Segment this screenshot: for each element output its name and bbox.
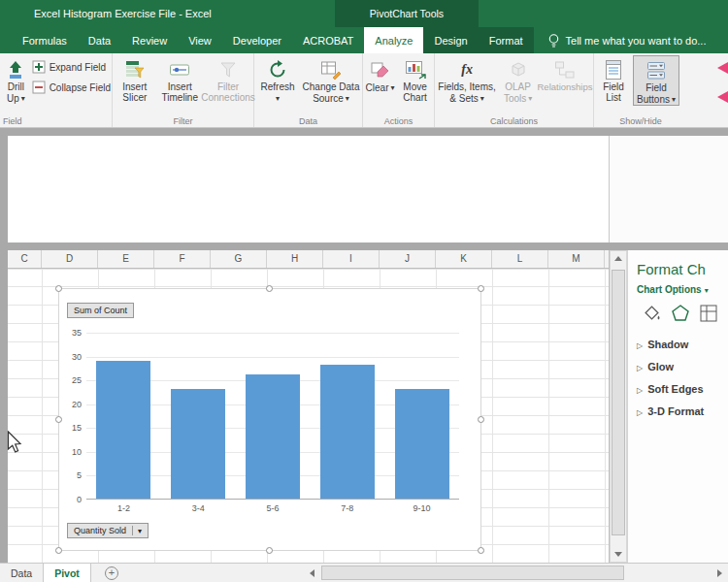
chart-gridline [86,333,459,334]
format-task-pane: Format Ch Chart Options ShadowGlowSoft E… [627,250,728,563]
selection-handle[interactable] [478,547,484,554]
tell-me-box[interactable]: Tell me what you want to do... [547,27,707,53]
sheet-tab-data[interactable]: Data [0,564,44,582]
refresh-button[interactable]: Refresh [255,55,300,104]
insert-slicer-label-2: Slicer [122,92,147,103]
window-title: Excel Histogram Exercise File - Excel [34,8,212,19]
ribbon-tab-analyze[interactable]: Analyze [364,27,423,53]
collapse-field-button[interactable]: Collapse Field [32,81,111,94]
column-header-C[interactable]: C [8,250,42,268]
ribbon-tab-view[interactable]: View [178,27,222,53]
column-header-F[interactable]: F [154,250,211,268]
scroll-left-icon[interactable] [304,566,319,580]
selection-handle[interactable] [55,416,62,423]
sheet-tab-pivot[interactable]: Pivot [44,564,91,582]
column-header-I[interactable]: I [323,250,380,268]
taskpane-section-glow[interactable]: Glow [637,361,728,372]
ribbon-tab-formulas[interactable]: Formulas [12,27,78,53]
drill-up-button[interactable]: Drill Up [1,55,31,104]
effects-pentagon-icon[interactable] [671,304,690,323]
bar-1-2[interactable] [96,361,150,500]
pink-marker [717,91,728,103]
taskpane-section-label: Shadow [647,339,688,350]
taskpane-title: Format Ch [637,261,728,277]
bar-5-6[interactable] [246,374,300,499]
field-list-label-1: Field [603,81,624,92]
ribbon-tab-review[interactable]: Review [121,27,178,53]
column-header-J[interactable]: J [380,250,436,268]
selection-handle[interactable] [266,547,273,554]
relationships-button[interactable]: Relationships [538,55,592,92]
new-sheet-button[interactable] [105,566,118,580]
excel-window: Excel Histogram Exercise File - Excel Pi… [0,0,728,582]
axis-field-button[interactable]: Quantity Sold [67,523,149,538]
change-data-source-button[interactable]: Change Data Source [301,55,361,104]
group-label-filter: Filter [113,116,253,126]
ribbon-group-show-hide: Field List Field [594,53,687,127]
scroll-down-icon[interactable] [611,546,626,562]
change-data-source-label-2: Source [313,93,344,104]
ribbon-group-data: Refresh Change Data Source [254,53,363,127]
bar-7-8[interactable] [320,365,375,499]
refresh-label: Refresh [260,81,294,92]
taskpane-section-shadow[interactable]: Shadow [637,339,728,350]
column-header-E[interactable]: E [98,250,154,268]
selection-handle[interactable] [55,285,62,292]
ribbon-tab-row: FormulasDataReviewViewDeveloperACROBATAn… [0,27,728,53]
axis-field-label: Quantity Sold [74,526,126,535]
chart-options-dropdown[interactable]: Chart Options [637,284,709,295]
taskpane-section-3-d-format[interactable]: 3-D Format [637,405,728,417]
size-properties-icon[interactable] [699,304,718,323]
scroll-right-icon[interactable] [711,566,727,580]
column-header-K[interactable]: K [436,250,492,268]
filter-connections-button[interactable]: Filter Connections [204,55,252,103]
pivotchart-tools-contextual-header: PivotChart Tools [335,0,479,27]
fill-line-icon[interactable] [643,304,662,323]
column-header-D[interactable]: D [42,250,98,268]
drill-up-icon [6,57,25,81]
column-header-G[interactable]: G [211,250,267,268]
ribbon-tab-acrobat[interactable]: ACROBAT [292,27,364,53]
olap-tools-button[interactable]: OLAP Tools [499,55,537,104]
dropdown-caret-icon [276,92,280,104]
selection-handle[interactable] [266,285,273,292]
selection-handle[interactable] [478,416,484,423]
fx-icon: fx [461,57,473,81]
insert-slicer-button[interactable]: Insert Slicer [114,55,156,103]
chart-plot-area: 051015202530351-23-45-67-89-10 [86,333,459,500]
dropdown-caret-icon [672,93,676,105]
expand-field-button[interactable]: Expand Field [32,60,111,74]
insert-timeline-button[interactable]: Insert Timeline [157,55,203,103]
column-header-M[interactable]: M [548,250,605,268]
column-header-H[interactable]: H [267,250,323,268]
field-list-button[interactable]: Field List [595,55,632,103]
ribbon-tab-data[interactable]: Data [78,27,121,53]
selection-handle[interactable] [478,285,484,292]
selection-handle[interactable] [55,547,62,554]
taskpane-sections: ShadowGlowSoft Edges3-D Format [628,339,728,417]
clear-button[interactable]: Clear [364,55,396,93]
field-buttons-button[interactable]: Field Buttons [633,55,679,106]
title-bar: Excel Histogram Exercise File - Excel Pi… [0,0,728,27]
category-axis-label: 1-2 [86,503,161,513]
vertical-scrollbar[interactable] [610,250,627,563]
ribbon-tab-design[interactable]: Design [423,27,478,53]
horizontal-scroll-thumb[interactable] [321,566,624,580]
dropdown-caret-icon [132,526,142,535]
bar-3-4[interactable] [171,389,225,499]
ribbon-tab-developer[interactable]: Developer [222,27,292,53]
ribbon-tab-format[interactable]: Format [479,27,534,53]
pivot-chart[interactable]: Sum of Count 051015202530351-23-45-67-89… [58,288,481,551]
value-axis-label: 10 [60,447,82,457]
worksheet-grid[interactable]: Sum of Count 051015202530351-23-45-67-89… [8,269,610,563]
vertical-scroll-thumb[interactable] [612,270,625,535]
bar-9-10[interactable] [395,389,449,499]
scroll-up-icon[interactable] [611,256,626,261]
column-header-row: CDEFGHIJKLM [8,250,610,269]
value-field-button[interactable]: Sum of Count [67,303,134,318]
dropdown-caret-icon [528,92,532,104]
move-chart-button[interactable]: Move Chart [397,55,433,103]
column-header-L[interactable]: L [492,250,548,268]
fields-items-sets-button[interactable]: fx Fields, Items, & Sets [436,55,498,104]
taskpane-section-soft-edges[interactable]: Soft Edges [637,383,728,395]
